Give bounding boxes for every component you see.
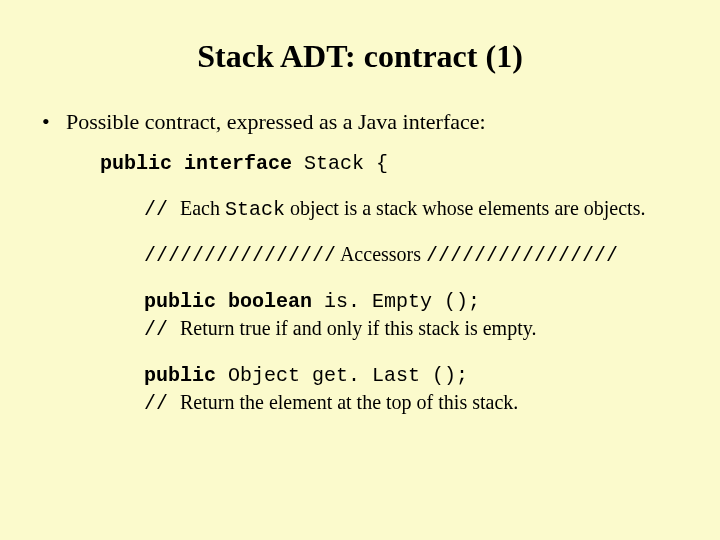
keyword-public-boolean: public boolean (144, 290, 312, 313)
comment-text-tail: object is a stack whose elements are obj… (285, 197, 645, 219)
comment-slashes: // (144, 198, 180, 221)
comment-slashes: // (144, 318, 180, 341)
comment-text: Each (180, 197, 225, 219)
slide: Stack ADT: contract (1) Possible contrac… (0, 0, 720, 540)
method-getlast-sig: Object get. Last (); (216, 364, 468, 387)
comment-stack-object: // Each Stack object is a stack whose el… (144, 195, 680, 223)
keyword-public-interface: public interface (100, 152, 292, 175)
method-getlast: public Object get. Last (); // Return th… (144, 361, 680, 417)
comment-slashes: // (144, 392, 180, 415)
interface-signature: public interface Stack { (100, 149, 680, 177)
method-isempty: public boolean is. Empty (); // Return t… (144, 287, 680, 343)
slide-title: Stack ADT: contract (1) (40, 38, 680, 75)
interface-name: Stack { (292, 152, 388, 175)
separator-right: //////////////// (426, 244, 618, 267)
comment-getlast: Return the element at the top of this st… (180, 391, 518, 413)
stack-literal: Stack (225, 198, 285, 221)
separator-label: Accessors (336, 243, 426, 265)
section-separator: //////////////// Accessors /////////////… (144, 241, 680, 269)
comment-isempty: Return true if and only if this stack is… (180, 317, 536, 339)
method-isempty-sig: is. Empty (); (312, 290, 480, 313)
keyword-public: public (144, 364, 216, 387)
interface-body: // Each Stack object is a stack whose el… (144, 195, 680, 417)
code-block: public interface Stack { // Each Stack o… (100, 149, 680, 417)
separator-left: //////////////// (144, 244, 336, 267)
bullet-line-1: Possible contract, expressed as a Java i… (66, 109, 680, 135)
